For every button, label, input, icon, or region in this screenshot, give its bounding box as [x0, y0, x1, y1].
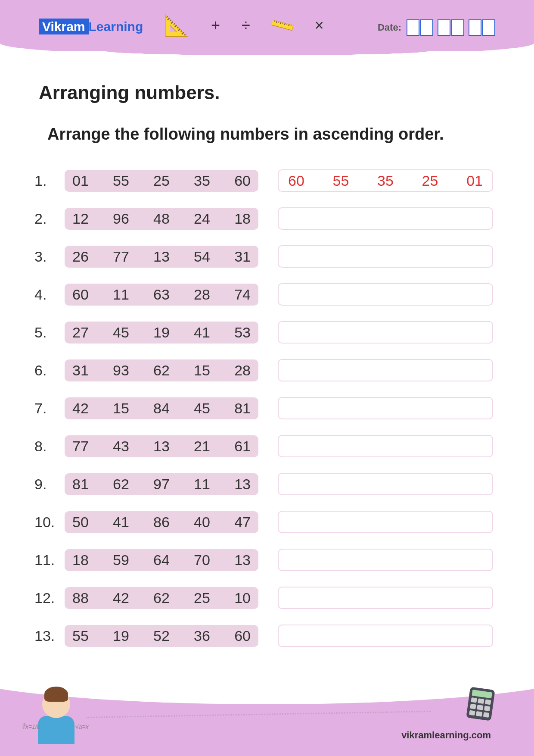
answer-box[interactable]: 6055352501: [278, 169, 493, 192]
problem-number: 8.: [34, 438, 58, 455]
date-boxes: [407, 19, 495, 36]
problem-number: 2.: [34, 210, 58, 227]
logo-part2: Learning: [89, 19, 143, 34]
date-box[interactable]: [438, 19, 450, 36]
number-value: 47: [234, 514, 251, 531]
number-value: 45: [113, 324, 129, 341]
number-value: 41: [113, 514, 129, 531]
number-list: 5519523660: [65, 625, 258, 647]
answer-box[interactable]: [278, 549, 493, 571]
number-value: 70: [194, 552, 210, 569]
problem-row: 7.4215844581: [34, 397, 500, 419]
number-value: 19: [153, 324, 170, 341]
problems-list: 1.015525356060553525012.12964824183.2677…: [34, 169, 500, 647]
answer-value: 35: [377, 172, 394, 189]
number-list: 6011632874: [65, 284, 258, 306]
date-box[interactable]: [482, 19, 495, 36]
problem-row: 2.1296482418: [34, 207, 500, 230]
number-value: 26: [72, 248, 89, 265]
number-list: 1296482418: [65, 208, 258, 230]
number-list: 7743132161: [65, 435, 258, 457]
number-list: 8842622510: [65, 587, 258, 609]
answer-box[interactable]: [278, 207, 493, 230]
number-value: 62: [153, 362, 170, 379]
instruction: Arrange the following numbers in ascendi…: [47, 125, 500, 144]
number-value: 18: [234, 210, 251, 227]
number-value: 36: [194, 628, 210, 644]
problem-number: 11.: [34, 552, 58, 569]
number-list: 2677135431: [65, 246, 258, 268]
ruler-icon: 📏: [268, 11, 297, 40]
problem-number: 5.: [34, 324, 58, 341]
answer-box[interactable]: [278, 511, 493, 533]
answer-value: 60: [288, 172, 304, 189]
number-value: 18: [72, 552, 89, 569]
problem-row: 11.1859647013: [34, 549, 500, 571]
logo-part1: Vikram: [39, 19, 89, 34]
date-box[interactable]: [407, 19, 419, 36]
number-value: 27: [72, 324, 89, 341]
problem-row: 8.7743132161: [34, 435, 500, 457]
problem-number: 13.: [34, 628, 58, 644]
number-value: 13: [153, 438, 170, 455]
answer-value: 55: [333, 172, 349, 189]
number-value: 96: [113, 210, 129, 227]
formula-decoration: √a=x: [75, 723, 89, 730]
kid-illustration: [30, 690, 82, 753]
problem-number: 7.: [34, 400, 58, 417]
number-value: 13: [234, 476, 251, 493]
number-list: 3193621528: [65, 359, 258, 381]
answer-box[interactable]: [278, 321, 493, 344]
answer-box[interactable]: [278, 473, 493, 495]
number-value: 77: [72, 438, 89, 455]
number-value: 31: [234, 248, 251, 265]
number-list: 4215844581: [65, 397, 258, 419]
number-value: 19: [113, 628, 129, 644]
answer-box[interactable]: [278, 283, 493, 306]
number-value: 61: [234, 438, 251, 455]
number-list: 2745194153: [65, 322, 258, 344]
answer-box[interactable]: [278, 359, 493, 381]
problem-row: 9.8162971113: [34, 473, 500, 495]
problem-row: 3.2677135431: [34, 245, 500, 268]
answer-box[interactable]: [278, 587, 493, 609]
number-value: 25: [194, 590, 210, 606]
number-value: 10: [234, 590, 251, 606]
number-value: 31: [72, 362, 89, 379]
number-list: 8162971113: [65, 473, 258, 495]
number-value: 40: [194, 514, 210, 531]
number-value: 45: [194, 400, 210, 417]
number-value: 28: [194, 286, 210, 303]
header-icons: 📐 + ÷ 📏 ×: [164, 13, 324, 37]
formula-decoration: ∜x=1/b: [22, 723, 40, 730]
number-value: 81: [72, 476, 89, 493]
number-value: 60: [234, 628, 251, 644]
number-list: 5041864047: [65, 511, 258, 533]
date-section: Date:: [378, 19, 495, 36]
date-box[interactable]: [469, 19, 481, 36]
logo: VikramLearning: [39, 19, 143, 34]
divide-icon: ÷: [242, 16, 250, 34]
answer-box[interactable]: [278, 625, 493, 647]
answer-box[interactable]: [278, 397, 493, 419]
page-title: Arranging numbers.: [39, 82, 500, 103]
triangle-ruler-icon: 📐: [164, 13, 189, 37]
plus-icon: +: [211, 16, 220, 34]
times-icon: ×: [315, 16, 324, 34]
footer-banner: ∜x=1/b √a=x vikramlearning.com: [0, 683, 534, 756]
number-value: 41: [194, 324, 210, 341]
problem-row: 13.5519523660: [34, 625, 500, 647]
number-value: 52: [153, 628, 170, 644]
date-box[interactable]: [420, 19, 433, 36]
number-value: 88: [72, 590, 89, 606]
problem-row: 10.5041864047: [34, 511, 500, 533]
number-value: 48: [153, 210, 170, 227]
number-value: 93: [113, 362, 129, 379]
number-value: 42: [113, 590, 129, 606]
answer-box[interactable]: [278, 435, 493, 457]
problem-row: 5.2745194153: [34, 321, 500, 344]
header-banner: VikramLearning 📐 + ÷ 📏 × Date:: [0, 0, 534, 56]
number-value: 81: [234, 400, 251, 417]
date-box[interactable]: [451, 19, 464, 36]
answer-box[interactable]: [278, 245, 493, 268]
